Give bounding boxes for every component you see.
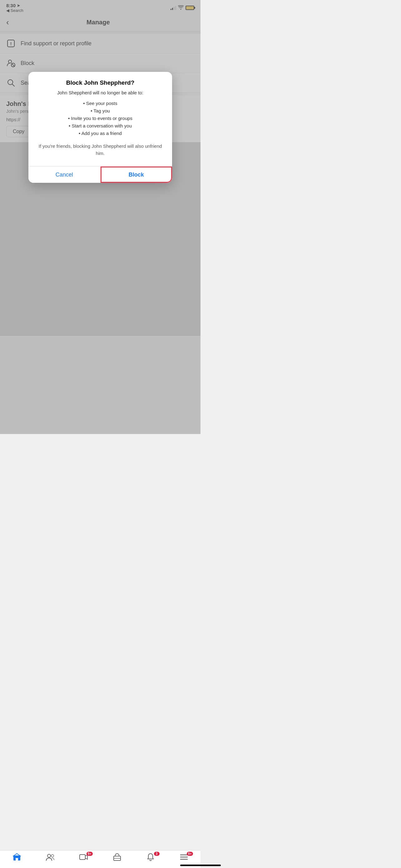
dialog-restrictions-list: • See your posts • Tag you • Invite you …: [35, 100, 166, 137]
list-item: • Add you as a friend: [35, 130, 166, 137]
block-confirm-button[interactable]: Block: [101, 166, 172, 183]
block-dialog: Block John Sheppherd? John Sheppherd wil…: [28, 72, 172, 183]
cancel-button[interactable]: Cancel: [28, 166, 101, 183]
dialog-title: Block John Sheppherd?: [35, 80, 166, 86]
list-item: • Invite you to events or groups: [35, 115, 166, 122]
dialog-body: Block John Sheppherd? John Sheppherd wil…: [28, 72, 172, 166]
list-item: • Start a conversation with you: [35, 122, 166, 130]
list-item: • See your posts: [35, 100, 166, 107]
modal-overlay: Block John Sheppherd? John Sheppherd wil…: [0, 0, 201, 434]
list-item: • Tag you: [35, 107, 166, 115]
dialog-note: If you're friends, blocking John Shepphe…: [35, 143, 166, 157]
dialog-subtitle: John Sheppherd will no longer be able to…: [35, 90, 166, 95]
dialog-actions: Cancel Block: [28, 166, 172, 183]
